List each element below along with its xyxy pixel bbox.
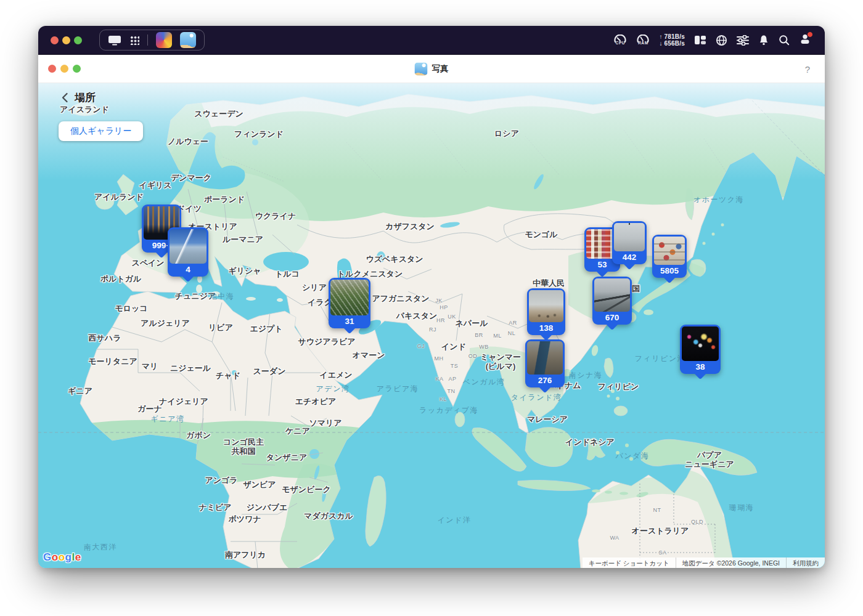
back-chevron-icon[interactable] — [62, 92, 68, 103]
dock-divider — [147, 34, 148, 46]
ram-gauge-icon[interactable]: RAM — [636, 34, 650, 46]
photo-count: 4 — [170, 264, 207, 277]
display-icon[interactable] — [108, 35, 121, 46]
photo-thumbnail — [654, 237, 685, 265]
photo-count: 276 — [527, 375, 563, 387]
window-zoom-button[interactable] — [73, 65, 81, 73]
map-view[interactable]: アイスランドスウェーデンノルウェーフィンランドロシアデンマークイギリスアイルラン… — [38, 83, 825, 568]
map-data-attribution: 地図データ ©2026 Google, INEGI — [676, 557, 786, 568]
google-logo-letter: o — [59, 551, 65, 563]
photo-count: 31 — [330, 315, 369, 328]
photo-thumbnail — [527, 341, 563, 375]
photo-count: 138 — [529, 322, 563, 335]
desktop: CPU RAM ↑ 781B/s ↓ 656B/s — [0, 0, 863, 616]
menu-bar: CPU RAM ↑ 781B/s ↓ 656B/s — [38, 26, 825, 55]
window-minimize-button[interactable] — [60, 65, 68, 73]
photo-marker-river-boat[interactable]: 276 — [525, 339, 565, 387]
window-title: 写真 — [415, 62, 449, 75]
photos-app-icon — [415, 62, 428, 75]
photo-marker-garden-dome[interactable]: 31 — [329, 278, 370, 328]
ram-label: RAM — [638, 41, 648, 46]
bell-icon[interactable] — [758, 34, 769, 46]
window-layout-icon[interactable] — [694, 35, 706, 45]
photos-app-icon[interactable] — [180, 32, 196, 48]
places-header: 場所 — [62, 91, 96, 105]
menubar-traffic-lights — [51, 36, 82, 44]
minimize-button[interactable] — [62, 36, 70, 44]
photo-thumbnail — [682, 326, 719, 361]
network-speed[interactable]: ↑ 781B/s ↓ 656B/s — [659, 33, 685, 47]
photo-count: 38 — [682, 361, 719, 374]
photo-marker-plaza-crowd[interactable]: 138 — [527, 288, 565, 335]
photo-count: 670 — [594, 312, 630, 325]
photo-thumbnail — [594, 278, 630, 312]
sliders-icon[interactable] — [737, 35, 749, 46]
page-title: 場所 — [75, 91, 96, 105]
photo-thumbnail — [529, 290, 563, 322]
download-speed: ↓ 656B/s — [659, 40, 685, 47]
account-icon[interactable] — [799, 33, 811, 47]
window-close-button[interactable] — [48, 65, 56, 73]
google-logo-letter: G — [43, 551, 52, 563]
photo-count: 442 — [614, 251, 645, 264]
personal-gallery-button[interactable]: 個人ギャラリー — [59, 121, 143, 141]
map-footer: キーボード ショートカット 地図データ ©2026 Google, INEGI … — [583, 557, 825, 568]
zoom-button[interactable] — [74, 36, 82, 44]
photo-marker-store-shelves[interactable]: 5805 — [652, 235, 687, 278]
window-traffic-lights — [48, 65, 81, 73]
google-logo[interactable]: Google — [43, 551, 81, 564]
cpu-label: CPU — [616, 41, 626, 46]
menubar-status-area: CPU RAM ↑ 781B/s ↓ 656B/s — [613, 33, 811, 47]
photo-thumbnail — [614, 223, 645, 251]
notification-dot — [807, 31, 813, 38]
cpu-gauge-icon[interactable]: CPU — [613, 34, 627, 46]
window-titlebar: 写真 ? — [38, 55, 825, 83]
keyboard-shortcuts-link[interactable]: キーボード ショートカット — [583, 557, 676, 568]
search-icon[interactable] — [779, 34, 790, 46]
collage-app-icon[interactable] — [156, 32, 172, 48]
photo-markers-layer: 999+43113827653442580567038 — [38, 83, 825, 568]
close-button[interactable] — [51, 36, 59, 44]
app-switcher-dock — [99, 30, 205, 51]
google-logo-letter: e — [75, 551, 81, 563]
window-title-text: 写真 — [432, 63, 449, 75]
photo-thumbnail — [330, 280, 369, 315]
photo-marker-night-street[interactable]: 38 — [680, 325, 721, 374]
help-button[interactable]: ? — [805, 63, 810, 74]
photo-count: 5805 — [654, 265, 685, 278]
photo-marker-aerial-airplane-window[interactable]: 4 — [168, 227, 208, 277]
google-logo-letter: g — [65, 551, 72, 563]
terms-link[interactable]: 利用規約 — [786, 557, 825, 568]
app-grid-icon[interactable] — [129, 35, 139, 45]
google-logo-letter: o — [52, 551, 59, 563]
app-window-stack: CPU RAM ↑ 781B/s ↓ 656B/s — [38, 26, 825, 568]
globe-icon[interactable] — [716, 34, 727, 46]
photo-thumbnail — [170, 229, 207, 264]
photo-marker-church-tower[interactable]: 442 — [612, 221, 647, 264]
photo-marker-lakeside-railing[interactable]: 670 — [592, 277, 632, 325]
upload-speed: ↑ 781B/s — [659, 33, 685, 41]
